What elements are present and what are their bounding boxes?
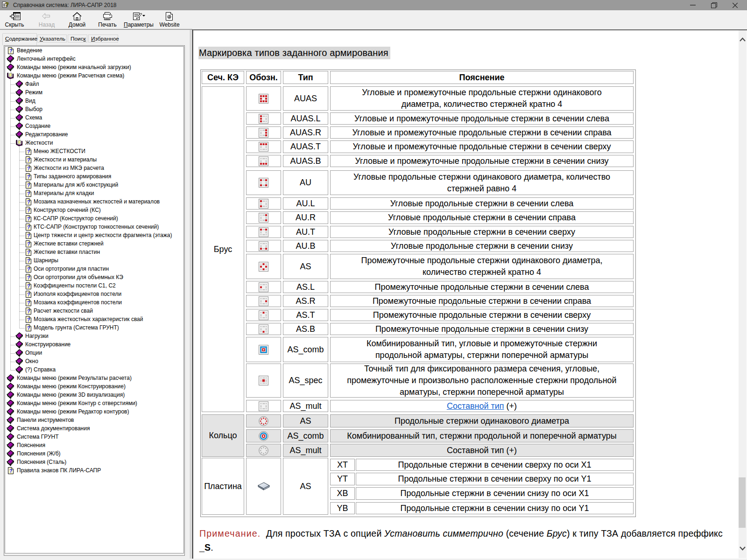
svg-text:?: ? [9,48,13,53]
svg-text:?: ? [27,165,30,171]
svg-text:?: ? [27,148,30,154]
svg-text:?: ? [27,249,30,255]
svg-text:?: ? [27,241,30,246]
svg-text:?: ? [27,182,30,188]
svg-text:?: ? [27,207,30,213]
svg-text:?: ? [27,258,30,263]
svg-text:?: ? [27,224,30,230]
svg-text:?: ? [27,308,30,314]
svg-text:?: ? [9,468,13,473]
svg-text:?: ? [5,1,9,8]
svg-text:?: ? [27,190,30,196]
svg-text:?: ? [27,216,30,221]
svg-text:?: ? [27,266,30,272]
svg-text:?: ? [27,283,30,288]
svg-text:?: ? [27,291,30,297]
svg-text:?: ? [27,274,30,280]
svg-text:?: ? [27,174,30,179]
svg-text:?: ? [27,316,30,322]
svg-text:?: ? [27,300,30,305]
svg-text:?: ? [27,232,30,238]
svg-text:?: ? [27,157,30,162]
svg-text:?: ? [27,199,30,204]
svg-text:?: ? [27,325,30,330]
